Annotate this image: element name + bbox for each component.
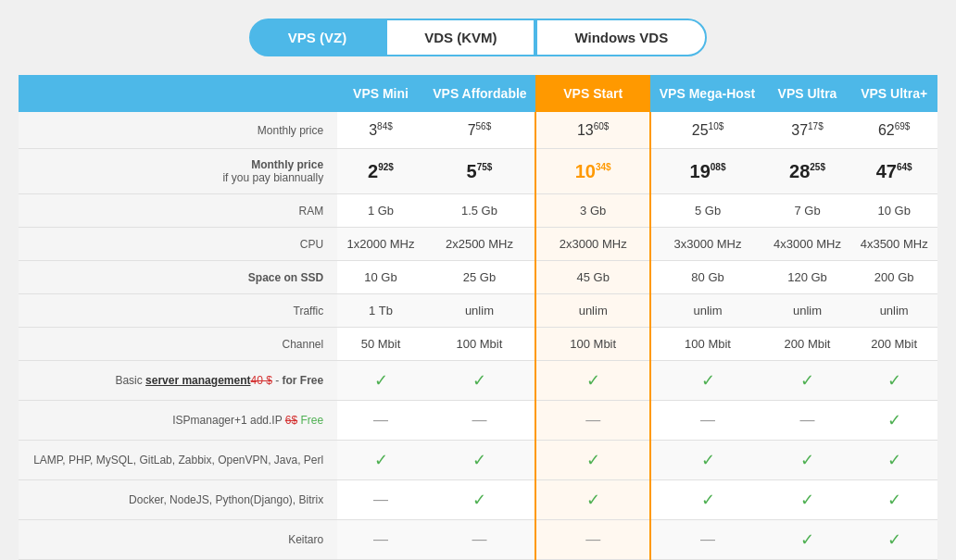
cell-2-5: 10 Gb: [850, 194, 937, 228]
cell-8-5: ✓: [850, 401, 937, 441]
header-vps-mini: VPS Mini: [337, 75, 424, 112]
table-row: ISPmanager+1 add.IP 6$ Free—————✓: [19, 401, 937, 441]
table-row: Traffic1 Tbunlimunlimunlimunlimunlim: [19, 294, 937, 328]
dash-icon: —: [373, 531, 388, 547]
row-label-3: CPU: [19, 228, 337, 261]
cell-0-0: 384$: [337, 112, 424, 149]
table-row: Monthly priceif you pay biannually292$57…: [19, 149, 937, 194]
cell-3-3: 3x3000 MHz: [650, 228, 763, 261]
table-row: Docker, NodeJS, Python(Django), Bitrix—✓…: [19, 480, 937, 520]
cell-5-1: unlim: [424, 294, 535, 328]
checkmark-icon: ✓: [887, 451, 901, 469]
cell-11-2: —: [535, 520, 650, 560]
cell-5-5: unlim: [850, 294, 937, 328]
checkmark-icon: ✓: [887, 371, 901, 390]
dash-icon: —: [373, 412, 388, 428]
dash-icon: —: [800, 412, 815, 428]
cell-7-0: ✓: [337, 361, 424, 401]
cell-1-5: 4764$: [850, 149, 937, 194]
cell-6-3: 100 Mbit: [650, 328, 763, 361]
dash-icon: —: [373, 492, 388, 507]
cell-4-3: 80 Gb: [650, 261, 763, 294]
checkmark-icon: ✓: [374, 371, 388, 390]
checkmark-icon: ✓: [887, 411, 901, 429]
checkmark-icon: ✓: [887, 530, 901, 549]
table-row: Keitaro————✓✓: [19, 520, 937, 560]
cell-7-5: ✓: [850, 361, 937, 401]
dash-icon: —: [585, 531, 600, 547]
cell-10-1: ✓: [424, 480, 535, 520]
table-row: Channel50 Mbit100 Mbit100 Mbit100 Mbit20…: [19, 328, 937, 361]
cell-1-4: 2825$: [764, 149, 851, 194]
cell-7-1: ✓: [424, 361, 535, 401]
tab-vds-kvm[interactable]: VDS (KVM): [385, 19, 535, 56]
cell-10-0: —: [337, 480, 424, 520]
cell-11-3: —: [650, 520, 763, 560]
header-empty: [19, 75, 337, 112]
tab-windows-vds[interactable]: Windows VDS: [535, 19, 707, 56]
cell-4-4: 120 Gb: [764, 261, 851, 294]
cell-8-1: —: [424, 401, 535, 441]
dash-icon: —: [472, 531, 486, 547]
checkmark-icon: ✓: [586, 371, 600, 390]
cell-10-5: ✓: [850, 480, 937, 520]
cell-10-4: ✓: [764, 480, 851, 520]
cell-8-3: —: [650, 401, 763, 441]
tab-switcher: VPS (VZ) VDS (KVM) Windows VDS: [19, 19, 937, 56]
cell-0-5: 6269$: [850, 112, 937, 149]
cell-2-2: 3 Gb: [535, 194, 650, 228]
cell-8-4: —: [764, 401, 851, 441]
checkmark-icon: ✓: [800, 491, 814, 509]
cell-8-2: —: [535, 401, 650, 441]
tab-vps-vz[interactable]: VPS (VZ): [249, 19, 385, 56]
row-label-2: RAM: [19, 194, 337, 228]
cell-4-0: 10 Gb: [337, 261, 424, 294]
row-label-9: LAMP, PHP, MySQL, GitLab, Zabbix, OpenVP…: [19, 441, 337, 480]
cell-3-1: 2x2500 MHz: [424, 228, 535, 261]
row-label-8: ISPmanager+1 add.IP 6$ Free: [19, 401, 337, 441]
cell-4-1: 25 Gb: [424, 261, 535, 294]
cell-11-1: —: [424, 520, 535, 560]
checkmark-icon: ✓: [800, 530, 814, 549]
cell-3-2: 2x3000 MHz: [535, 228, 650, 261]
table-row: Monthly price384$756$1360$2510$3717$6269…: [19, 112, 937, 149]
cell-7-2: ✓: [535, 361, 650, 401]
pricing-table: VPS Mini VPS Affordable VPS Start VPS Me…: [19, 75, 937, 560]
cell-1-2: 1034$: [535, 149, 650, 194]
cell-0-2: 1360$: [535, 112, 650, 149]
cell-10-3: ✓: [650, 480, 763, 520]
cell-0-4: 3717$: [764, 112, 851, 149]
cell-9-5: ✓: [850, 441, 937, 480]
cell-4-5: 200 Gb: [850, 261, 937, 294]
cell-11-0: —: [337, 520, 424, 560]
cell-5-3: unlim: [650, 294, 763, 328]
row-label-10: Docker, NodeJS, Python(Django), Bitrix: [19, 480, 337, 520]
row-label-0: Monthly price: [19, 112, 337, 149]
pricing-table-wrapper: VPS Mini VPS Affordable VPS Start VPS Me…: [19, 75, 937, 560]
table-row: LAMP, PHP, MySQL, GitLab, Zabbix, OpenVP…: [19, 441, 937, 480]
checkmark-icon: ✓: [586, 451, 600, 469]
cell-9-0: ✓: [337, 441, 424, 480]
cell-7-3: ✓: [650, 361, 763, 401]
cell-3-5: 4x3500 MHz: [850, 228, 937, 261]
table-header-row: VPS Mini VPS Affordable VPS Start VPS Me…: [19, 75, 937, 112]
cell-6-4: 200 Mbit: [764, 328, 851, 361]
cell-0-1: 756$: [424, 112, 535, 149]
cell-2-3: 5 Gb: [650, 194, 763, 228]
cell-6-2: 100 Mbit: [535, 328, 650, 361]
table-row: Basic server management40 $ - for Free✓✓…: [19, 361, 937, 401]
row-label-1: Monthly priceif you pay biannually: [19, 149, 337, 194]
checkmark-icon: ✓: [701, 371, 715, 390]
cell-9-3: ✓: [650, 441, 763, 480]
cell-10-2: ✓: [535, 480, 650, 520]
cell-9-2: ✓: [535, 441, 650, 480]
cell-9-4: ✓: [764, 441, 851, 480]
cell-8-0: —: [337, 401, 424, 441]
checkmark-icon: ✓: [800, 371, 814, 390]
cell-1-0: 292$: [337, 149, 424, 194]
table-row: Space on SSD10 Gb25 Gb45 Gb80 Gb120 Gb20…: [19, 261, 937, 294]
header-vps-affordable: VPS Affordable: [424, 75, 535, 112]
server-link[interactable]: server management: [145, 374, 250, 387]
header-vps-ultra: VPS Ultra: [764, 75, 851, 112]
header-vps-start: VPS Start: [535, 75, 650, 112]
